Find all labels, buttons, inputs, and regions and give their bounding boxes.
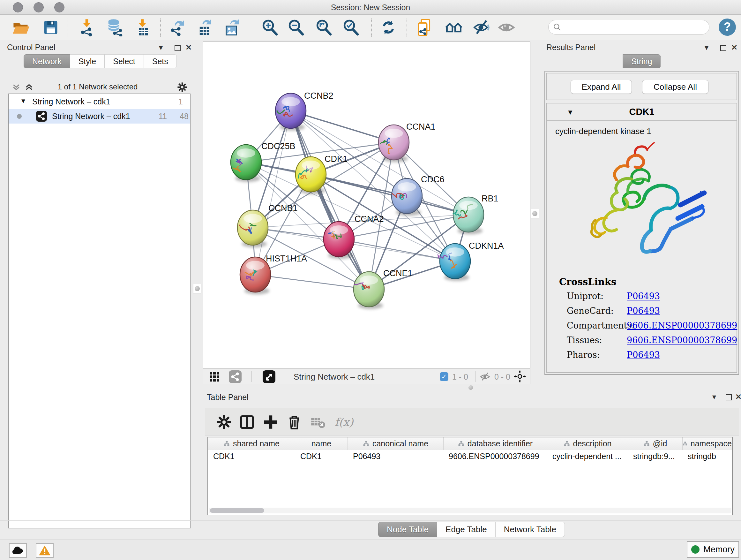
left-splitter-handle[interactable]: [193, 284, 201, 294]
column-header-database-identifier[interactable]: database identifier: [444, 437, 547, 450]
expand-all-button[interactable]: Expand All: [570, 80, 632, 94]
help-button[interactable]: ?: [719, 18, 736, 36]
grid-view-icon[interactable]: [209, 371, 220, 382]
crosslink-link[interactable]: P06493: [627, 291, 660, 301]
crosslink-link[interactable]: P06493: [627, 350, 660, 360]
protein-section-header[interactable]: ▼ CDK1: [547, 104, 737, 121]
network-node-CCNA1[interactable]: CCNA1: [379, 122, 435, 162]
zoom-fit-icon[interactable]: [315, 18, 333, 37]
export-image-icon[interactable]: [223, 18, 241, 37]
column-tree-icon: [223, 441, 230, 447]
tab-string[interactable]: String: [623, 54, 661, 68]
refresh-icon[interactable]: [380, 18, 397, 37]
show-all-eye-icon[interactable]: [497, 18, 515, 37]
table-cell[interactable]: 9606.ENSP00000378699: [444, 450, 547, 463]
memory-button[interactable]: Memory: [687, 541, 739, 558]
control-tab-select[interactable]: Select: [105, 54, 144, 68]
export-table-icon[interactable]: [196, 18, 214, 37]
column-tree-icon: [458, 441, 464, 447]
table-panel-close-icon[interactable]: ✕: [735, 393, 741, 400]
table-tab-network-table[interactable]: Network Table: [495, 522, 565, 537]
network-collection-row[interactable]: ▼ String Network – cdk1 1: [9, 94, 190, 109]
crosslink-link[interactable]: 9606.ENSP00000378699: [627, 335, 737, 345]
table-tab-node-table[interactable]: Node Table: [378, 522, 437, 537]
table-cell[interactable]: P06493: [348, 450, 444, 463]
table-cell[interactable]: CDK1: [208, 450, 295, 463]
selected-checkbox-icon[interactable]: ✓: [440, 372, 448, 381]
column-header-namespace[interactable]: namespace: [683, 437, 732, 450]
network-edge[interactable]: [311, 174, 468, 214]
network-node-CDKN1A[interactable]: CDKN1A: [438, 241, 504, 281]
show-column-icon[interactable]: [239, 414, 256, 431]
results-panel-float-icon[interactable]: ▾: [704, 44, 709, 51]
scrollbar-thumb[interactable]: [210, 508, 264, 513]
control-tab-network[interactable]: Network: [23, 54, 70, 68]
table-panel-float-icon[interactable]: ▾: [712, 393, 716, 400]
control-tab-style[interactable]: Style: [70, 54, 105, 68]
add-column-icon[interactable]: [262, 414, 279, 431]
birds-eye-view-icon[interactable]: [263, 370, 275, 383]
cloud-status-button[interactable]: [9, 543, 27, 558]
zoom-selected-icon[interactable]: [342, 18, 360, 37]
column-header-name[interactable]: name: [295, 437, 348, 450]
zoom-out-icon[interactable]: [287, 18, 305, 37]
string-results-box: Expand All Collapse All ▼ CDK1 cyclin-de…: [544, 71, 739, 375]
table-cell[interactable]: stringdb:9...: [628, 450, 683, 463]
crosslink-label: Compartments:: [567, 320, 634, 330]
import-network-file-icon[interactable]: [78, 18, 96, 37]
control-tab-sets[interactable]: Sets: [144, 54, 177, 68]
table-cell[interactable]: cyclin-dependent ...: [547, 450, 628, 463]
network-edge[interactable]: [255, 111, 291, 274]
import-network-database-icon[interactable]: [105, 18, 123, 37]
open-session-icon[interactable]: [12, 18, 30, 37]
network-edge[interactable]: [291, 111, 394, 142]
table-settings-gear-icon[interactable]: [215, 414, 232, 431]
export-network-icon[interactable]: [169, 18, 186, 37]
import-table-icon[interactable]: [133, 18, 151, 37]
zoom-in-icon[interactable]: [261, 18, 279, 37]
column-header-shared-name[interactable]: shared name: [208, 437, 295, 450]
network-canvas[interactable]: CCNB2CCNA1CDC25BCDK1CDC6RB1CCNB1CCNA2CDK…: [203, 42, 530, 368]
first-neighbors-icon[interactable]: [445, 18, 463, 37]
crosslink-row: GeneCard:P06493: [567, 306, 733, 320]
control-panel-close-icon[interactable]: ✕: [185, 44, 192, 51]
crosslink-link[interactable]: 9606.ENSP00000378699: [627, 320, 737, 330]
warning-status-button[interactable]: [36, 543, 54, 558]
network-edge[interactable]: [255, 274, 369, 289]
horizontal-scrollbar[interactable]: [209, 508, 731, 513]
column-header-canonical-name[interactable]: canonical name: [348, 437, 444, 450]
collection-expand-caret[interactable]: ▼: [20, 98, 26, 105]
table-panel-maximize-icon[interactable]: [726, 394, 732, 400]
network-row-selected[interactable]: String Network – cdk1 11 48: [9, 109, 190, 124]
results-panel-close-icon[interactable]: ✕: [731, 44, 738, 51]
control-panel-title: Control Panel: [7, 43, 55, 52]
new-network-from-selection-icon[interactable]: [415, 18, 433, 37]
network-node-CCNB2[interactable]: CCNB2: [275, 91, 333, 131]
control-panel-maximize-icon[interactable]: [175, 45, 181, 51]
column-header-description[interactable]: description: [547, 437, 628, 450]
save-session-icon[interactable]: [42, 18, 60, 37]
network-node-CCNE1[interactable]: CCNE1: [354, 268, 413, 309]
table-row[interactable]: CDK1CDK1P064939606.ENSP00000378699cyclin…: [208, 450, 732, 463]
table-cell[interactable]: CDK1: [295, 450, 348, 463]
network-node-RB1[interactable]: RB1: [453, 194, 498, 234]
crosslink-link[interactable]: P06493: [627, 306, 660, 316]
network-share-view-icon[interactable]: [229, 370, 242, 383]
network-edge-count: 48: [180, 112, 189, 121]
right-splitter-handle[interactable]: [531, 209, 539, 219]
table-cell[interactable]: stringdb: [683, 450, 732, 463]
network-options-gear-icon[interactable]: [176, 81, 188, 93]
fit-selected-crosshair-icon[interactable]: [514, 370, 526, 383]
hide-selected-eye-icon[interactable]: [473, 18, 490, 37]
network-node-CDK1[interactable]: CDK1: [295, 154, 347, 194]
horizontal-splitter-handle[interactable]: [468, 385, 473, 390]
control-panel-float-icon[interactable]: ▾: [159, 44, 163, 51]
column-header--id[interactable]: @id: [628, 437, 683, 450]
network-node-HIST1H1A[interactable]: HIST1H1A: [240, 254, 307, 294]
table-tab-edge-table[interactable]: Edge Table: [437, 522, 495, 537]
collapse-all-button[interactable]: Collapse All: [642, 80, 709, 94]
delete-column-icon[interactable]: [286, 414, 303, 431]
network-node-CDC6[interactable]: CDC6: [392, 175, 445, 216]
results-panel-maximize-icon[interactable]: [720, 45, 726, 51]
search-input[interactable]: [564, 23, 704, 32]
